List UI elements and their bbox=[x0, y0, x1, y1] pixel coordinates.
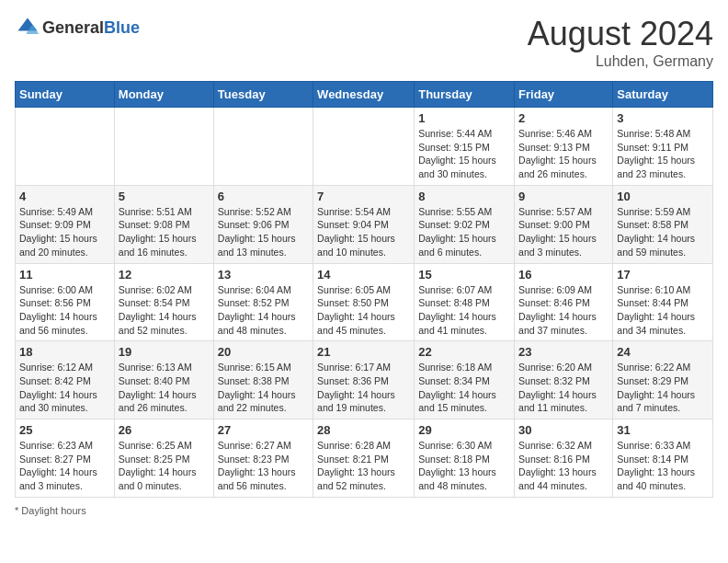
calendar-cell: 24Sunrise: 6:22 AM Sunset: 8:29 PM Dayli… bbox=[613, 341, 713, 419]
calendar-cell: 21Sunrise: 6:17 AM Sunset: 8:36 PM Dayli… bbox=[313, 341, 415, 419]
calendar-cell: 1Sunrise: 5:44 AM Sunset: 9:15 PM Daylig… bbox=[415, 108, 515, 186]
daylight-label: Daylight hours bbox=[21, 505, 85, 516]
day-info: Sunrise: 5:46 AM Sunset: 9:13 PM Dayligh… bbox=[518, 127, 609, 181]
month-year: August 2024 bbox=[528, 15, 713, 53]
day-info: Sunrise: 5:54 AM Sunset: 9:04 PM Dayligh… bbox=[317, 205, 410, 259]
day-number: 20 bbox=[218, 345, 309, 359]
day-info: Sunrise: 5:49 AM Sunset: 9:09 PM Dayligh… bbox=[19, 205, 110, 259]
logo-text: GeneralBlue bbox=[42, 18, 140, 38]
day-info: Sunrise: 6:15 AM Sunset: 8:38 PM Dayligh… bbox=[218, 361, 309, 415]
day-info: Sunrise: 5:51 AM Sunset: 9:08 PM Dayligh… bbox=[119, 205, 210, 259]
calendar-cell: 2Sunrise: 5:46 AM Sunset: 9:13 PM Daylig… bbox=[515, 108, 613, 186]
day-info: Sunrise: 5:44 AM Sunset: 9:15 PM Dayligh… bbox=[418, 127, 510, 181]
day-number: 31 bbox=[617, 423, 709, 437]
day-info: Sunrise: 6:05 AM Sunset: 8:50 PM Dayligh… bbox=[317, 283, 410, 338]
calendar-cell: 19Sunrise: 6:13 AM Sunset: 8:40 PM Dayli… bbox=[114, 341, 213, 419]
calendar-cell: 10Sunrise: 5:59 AM Sunset: 8:58 PM Dayli… bbox=[613, 185, 713, 263]
day-info: Sunrise: 6:22 AM Sunset: 8:29 PM Dayligh… bbox=[617, 361, 709, 415]
day-number: 28 bbox=[317, 423, 410, 437]
calendar-cell: 25Sunrise: 6:23 AM Sunset: 8:27 PM Dayli… bbox=[16, 419, 115, 498]
day-number: 21 bbox=[317, 345, 410, 359]
logo: GeneralBlue bbox=[15, 15, 140, 40]
day-number: 25 bbox=[19, 423, 110, 437]
calendar-cell bbox=[114, 108, 213, 186]
calendar-cell: 20Sunrise: 6:15 AM Sunset: 8:38 PM Dayli… bbox=[213, 341, 313, 419]
calendar-day-header: Thursday bbox=[415, 82, 515, 108]
calendar-day-header: Saturday bbox=[613, 82, 713, 108]
day-number: 27 bbox=[218, 423, 309, 437]
location: Luhden, Germany bbox=[528, 53, 713, 70]
day-number: 1 bbox=[418, 111, 510, 125]
logo-icon bbox=[15, 15, 40, 40]
footer-note: * Daylight hours bbox=[15, 505, 713, 516]
calendar-day-header: Wednesday bbox=[313, 82, 415, 108]
day-info: Sunrise: 5:48 AM Sunset: 9:11 PM Dayligh… bbox=[617, 127, 709, 181]
calendar-cell: 29Sunrise: 6:30 AM Sunset: 8:18 PM Dayli… bbox=[415, 419, 515, 498]
day-info: Sunrise: 6:00 AM Sunset: 8:56 PM Dayligh… bbox=[19, 283, 110, 338]
calendar-cell: 22Sunrise: 6:18 AM Sunset: 8:34 PM Dayli… bbox=[415, 341, 515, 419]
day-info: Sunrise: 6:17 AM Sunset: 8:36 PM Dayligh… bbox=[317, 361, 410, 415]
calendar-week-row: 11Sunrise: 6:00 AM Sunset: 8:56 PM Dayli… bbox=[16, 263, 713, 341]
day-info: Sunrise: 6:20 AM Sunset: 8:32 PM Dayligh… bbox=[518, 361, 609, 415]
day-info: Sunrise: 6:04 AM Sunset: 8:52 PM Dayligh… bbox=[218, 283, 309, 338]
calendar-cell: 9Sunrise: 5:57 AM Sunset: 9:00 PM Daylig… bbox=[515, 185, 613, 263]
calendar-cell: 26Sunrise: 6:25 AM Sunset: 8:25 PM Dayli… bbox=[114, 419, 213, 498]
day-number: 9 bbox=[518, 190, 609, 203]
day-number: 7 bbox=[317, 190, 410, 203]
day-info: Sunrise: 6:33 AM Sunset: 8:14 PM Dayligh… bbox=[617, 439, 709, 493]
day-info: Sunrise: 6:18 AM Sunset: 8:34 PM Dayligh… bbox=[418, 361, 510, 415]
calendar-cell: 13Sunrise: 6:04 AM Sunset: 8:52 PM Dayli… bbox=[213, 263, 313, 341]
calendar-cell: 17Sunrise: 6:10 AM Sunset: 8:44 PM Dayli… bbox=[613, 263, 713, 341]
calendar-table: SundayMondayTuesdayWednesdayThursdayFrid… bbox=[15, 81, 713, 498]
day-info: Sunrise: 6:28 AM Sunset: 8:21 PM Dayligh… bbox=[317, 439, 410, 493]
day-number: 14 bbox=[317, 268, 410, 282]
calendar-cell: 11Sunrise: 6:00 AM Sunset: 8:56 PM Dayli… bbox=[16, 263, 115, 341]
day-number: 19 bbox=[119, 345, 210, 359]
calendar-cell: 23Sunrise: 6:20 AM Sunset: 8:32 PM Dayli… bbox=[515, 341, 613, 419]
calendar-cell: 16Sunrise: 6:09 AM Sunset: 8:46 PM Dayli… bbox=[515, 263, 613, 341]
calendar-cell: 31Sunrise: 6:33 AM Sunset: 8:14 PM Dayli… bbox=[613, 419, 713, 498]
day-number: 13 bbox=[218, 268, 309, 282]
day-number: 4 bbox=[19, 190, 110, 203]
day-info: Sunrise: 5:57 AM Sunset: 9:00 PM Dayligh… bbox=[518, 205, 609, 259]
calendar-cell: 8Sunrise: 5:55 AM Sunset: 9:02 PM Daylig… bbox=[415, 185, 515, 263]
day-number: 12 bbox=[119, 268, 210, 282]
calendar-day-header: Sunday bbox=[16, 82, 115, 108]
calendar-cell: 3Sunrise: 5:48 AM Sunset: 9:11 PM Daylig… bbox=[613, 108, 713, 186]
day-number: 30 bbox=[518, 423, 609, 437]
day-number: 17 bbox=[617, 268, 709, 282]
calendar-cell: 27Sunrise: 6:27 AM Sunset: 8:23 PM Dayli… bbox=[213, 419, 313, 498]
day-info: Sunrise: 6:13 AM Sunset: 8:40 PM Dayligh… bbox=[119, 361, 210, 415]
calendar-cell: 12Sunrise: 6:02 AM Sunset: 8:54 PM Dayli… bbox=[114, 263, 213, 341]
calendar-cell: 7Sunrise: 5:54 AM Sunset: 9:04 PM Daylig… bbox=[313, 185, 415, 263]
calendar-cell: 14Sunrise: 6:05 AM Sunset: 8:50 PM Dayli… bbox=[313, 263, 415, 341]
calendar-day-header: Tuesday bbox=[213, 82, 313, 108]
calendar-cell: 6Sunrise: 5:52 AM Sunset: 9:06 PM Daylig… bbox=[213, 185, 313, 263]
day-number: 15 bbox=[418, 268, 510, 282]
day-number: 29 bbox=[418, 423, 510, 437]
title-block: August 2024 Luhden, Germany bbox=[528, 15, 713, 70]
day-info: Sunrise: 6:10 AM Sunset: 8:44 PM Dayligh… bbox=[617, 283, 709, 338]
calendar-cell: 5Sunrise: 5:51 AM Sunset: 9:08 PM Daylig… bbox=[114, 185, 213, 263]
day-info: Sunrise: 5:52 AM Sunset: 9:06 PM Dayligh… bbox=[218, 205, 309, 259]
day-info: Sunrise: 6:32 AM Sunset: 8:16 PM Dayligh… bbox=[518, 439, 609, 493]
day-number: 10 bbox=[617, 190, 709, 203]
day-number: 2 bbox=[518, 111, 609, 125]
calendar-cell bbox=[213, 108, 313, 186]
day-info: Sunrise: 6:09 AM Sunset: 8:46 PM Dayligh… bbox=[518, 283, 609, 338]
calendar-cell: 28Sunrise: 6:28 AM Sunset: 8:21 PM Dayli… bbox=[313, 419, 415, 498]
calendar-week-row: 1Sunrise: 5:44 AM Sunset: 9:15 PM Daylig… bbox=[16, 108, 713, 186]
day-number: 3 bbox=[617, 111, 709, 125]
day-number: 8 bbox=[418, 190, 510, 203]
logo-blue: Blue bbox=[104, 18, 140, 37]
calendar-cell: 18Sunrise: 6:12 AM Sunset: 8:42 PM Dayli… bbox=[16, 341, 115, 419]
day-info: Sunrise: 6:23 AM Sunset: 8:27 PM Dayligh… bbox=[19, 439, 110, 493]
calendar-week-row: 4Sunrise: 5:49 AM Sunset: 9:09 PM Daylig… bbox=[16, 185, 713, 263]
calendar-cell: 4Sunrise: 5:49 AM Sunset: 9:09 PM Daylig… bbox=[16, 185, 115, 263]
day-number: 6 bbox=[218, 190, 309, 203]
day-info: Sunrise: 6:02 AM Sunset: 8:54 PM Dayligh… bbox=[119, 283, 210, 338]
day-info: Sunrise: 6:30 AM Sunset: 8:18 PM Dayligh… bbox=[418, 439, 510, 493]
calendar-week-row: 25Sunrise: 6:23 AM Sunset: 8:27 PM Dayli… bbox=[16, 419, 713, 498]
day-number: 26 bbox=[119, 423, 210, 437]
logo-general: General bbox=[42, 18, 104, 37]
